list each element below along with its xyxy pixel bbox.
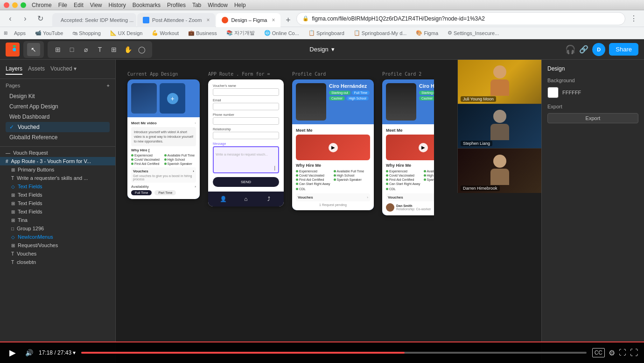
layer-text-fields-4[interactable]: ⊞ Text Fields bbox=[0, 207, 115, 216]
tab-post-attendee[interactable]: Post Attendee - Zoom × bbox=[137, 13, 215, 27]
page-item-current-app[interactable]: Current App Design bbox=[6, 101, 110, 112]
layer-text-fields-2[interactable]: ⊞ Text Fields bbox=[0, 191, 115, 199]
address-bar[interactable]: 🔒 figma.com/file/oBIRMdpH1Q2z6rDAZ1R4TH/… bbox=[296, 12, 625, 25]
layer-group-1296[interactable]: □ Group 1296 bbox=[0, 224, 115, 233]
tool-rectangle[interactable]: □ bbox=[65, 43, 78, 56]
email-input[interactable] bbox=[213, 103, 279, 110]
tool-frame[interactable]: ⊞ bbox=[51, 43, 64, 56]
menu-profiles[interactable]: Profiles bbox=[167, 2, 186, 8]
tab-close-zoom[interactable]: × bbox=[206, 17, 210, 23]
figma-title[interactable]: Design ▾ bbox=[309, 46, 334, 53]
tab-zoom-meeting[interactable]: Accepted: Seekr IDP Meeting ... × bbox=[52, 13, 136, 27]
nav-share-icon[interactable]: ⤴ bbox=[265, 195, 273, 203]
message-textarea[interactable]: Write a message to request vouch... | bbox=[213, 146, 279, 173]
bookmark-youtube[interactable]: 📹 YouTube bbox=[32, 29, 66, 37]
bookmark-figma[interactable]: 🎨 Figma bbox=[413, 29, 441, 37]
new-tab-button[interactable]: + bbox=[281, 14, 294, 27]
layer-closebtn[interactable]: T closebtn bbox=[0, 258, 115, 266]
layer-app-route[interactable]: # App Route - 3 - Vouch Form for V... bbox=[0, 157, 115, 165]
mac-window-controls[interactable] bbox=[4, 2, 26, 8]
background-color-swatch[interactable] bbox=[547, 87, 559, 98]
bookmark-settings[interactable]: ⚙ Settings_Insecure... bbox=[445, 29, 502, 37]
full-time-tag[interactable]: Full Time bbox=[131, 190, 152, 195]
vouchers-name-input[interactable] bbox=[213, 88, 279, 96]
volume-button[interactable]: 🔊 bbox=[25, 349, 33, 356]
mac-menu-bar[interactable]: Chrome File Edit View History Bookmarks … bbox=[32, 2, 246, 8]
add-page-button[interactable]: + bbox=[107, 83, 110, 88]
page-item-globalid[interactable]: GlobalId Reference bbox=[6, 132, 110, 142]
nav-home-icon[interactable]: ⌂ bbox=[242, 195, 250, 203]
bookmark-ux-design[interactable]: 📐 UX Design bbox=[107, 29, 146, 37]
send-button[interactable]: SEND bbox=[213, 177, 279, 187]
bookmark-business[interactable]: 💼 Business bbox=[185, 29, 220, 37]
menu-bookmarks[interactable]: Bookmarks bbox=[133, 2, 161, 8]
layer-primary-buttons[interactable]: ⊞ Primary Buttons bbox=[0, 165, 115, 174]
play-button-2[interactable]: ▶ bbox=[419, 143, 428, 152]
canvas-area[interactable]: Current App Design + bbox=[116, 60, 541, 363]
menu-chrome[interactable]: Chrome bbox=[32, 2, 52, 8]
layer-vouches[interactable]: T Vouches bbox=[0, 249, 115, 258]
layer-write-requesters[interactable]: T Write a requester's skills and ... bbox=[0, 174, 115, 182]
minimize-button[interactable] bbox=[12, 2, 18, 8]
nav-profile-icon[interactable]: 👤 bbox=[219, 195, 227, 203]
settings-button[interactable]: ⚙ bbox=[609, 349, 615, 357]
export-button[interactable]: Export bbox=[547, 113, 638, 123]
page-item-design-kit[interactable]: Design Kit bbox=[6, 91, 110, 101]
layer-request-vouches[interactable]: ⊞ Request/Vouches bbox=[0, 241, 115, 249]
tool-select[interactable]: ↖ bbox=[27, 43, 40, 56]
bookmark-online-co[interactable]: 🌐 Online Co... bbox=[261, 29, 302, 37]
share-button[interactable]: Share bbox=[609, 43, 638, 56]
menu-tab[interactable]: Tab bbox=[192, 2, 201, 8]
relationship-input[interactable] bbox=[213, 132, 279, 139]
add-photo-button[interactable]: + bbox=[167, 93, 178, 104]
menu-history[interactable]: History bbox=[109, 2, 126, 8]
share-link-icon[interactable]: 🔗 bbox=[579, 45, 588, 54]
maximize-button[interactable] bbox=[21, 2, 26, 8]
menu-help[interactable]: Help bbox=[234, 2, 246, 8]
forward-button[interactable]: › bbox=[19, 12, 32, 25]
bookmark-jagi[interactable]: 📚 자기개발 bbox=[224, 28, 258, 37]
menu-view[interactable]: View bbox=[90, 2, 102, 8]
bookmark-apps[interactable]: Apps bbox=[11, 29, 28, 37]
video-progress-bar[interactable] bbox=[81, 352, 586, 354]
menu-file[interactable]: File bbox=[58, 2, 67, 8]
bookmark-springboard-my[interactable]: 📋 Springboard-My d... bbox=[351, 29, 410, 37]
phone-input[interactable] bbox=[213, 117, 279, 125]
tool-comment[interactable]: ◯ bbox=[135, 43, 148, 56]
layer-text-fields-1[interactable]: ◇ Text Fields bbox=[0, 182, 115, 191]
extensions-button[interactable]: ⋮ bbox=[627, 12, 640, 25]
fullscreen-button[interactable]: ⛶ bbox=[630, 348, 638, 358]
video-placeholder-1[interactable]: ▶ bbox=[296, 135, 370, 160]
headphones-icon[interactable]: 🎧 bbox=[565, 44, 575, 55]
tab-close-figma[interactable]: × bbox=[272, 17, 275, 23]
tab-figma[interactable]: Design – Figma × bbox=[216, 13, 280, 27]
tab-layers[interactable]: Layers bbox=[6, 64, 22, 75]
page-item-vouched[interactable]: ✓ Vouched bbox=[6, 122, 110, 132]
tool-component[interactable]: ⊞ bbox=[107, 43, 120, 56]
close-button[interactable] bbox=[4, 2, 9, 8]
layer-vouch-request[interactable]: — Vouch Request bbox=[0, 149, 115, 157]
video-placeholder-2[interactable]: ▶ bbox=[386, 135, 434, 160]
tab-vouched[interactable]: Vouched ▾ bbox=[50, 64, 77, 75]
tool-text[interactable]: T bbox=[93, 43, 106, 56]
user-avatar[interactable]: D bbox=[592, 43, 605, 56]
layer-text-fields-3[interactable]: ⊞ Text Fields bbox=[0, 199, 115, 207]
part-time-tag[interactable]: Part Time bbox=[154, 190, 176, 195]
bookmark-shopping[interactable]: 🛍 Shopping bbox=[70, 29, 104, 37]
play-button-1[interactable]: ▶ bbox=[329, 143, 338, 152]
back-button[interactable]: ‹ bbox=[4, 12, 17, 25]
tool-ellipse[interactable]: ⌀ bbox=[79, 43, 92, 56]
figma-logo[interactable] bbox=[6, 43, 20, 57]
layer-new-icon-menus[interactable]: ◇ NewIconMenus bbox=[0, 233, 115, 241]
bookmark-springboard[interactable]: 📋 Springboard bbox=[306, 29, 347, 37]
page-item-web-dashboard[interactable]: Web Dashboard bbox=[6, 112, 110, 122]
menu-edit[interactable]: Edit bbox=[74, 2, 84, 8]
play-pause-button[interactable]: ▶ bbox=[6, 346, 20, 360]
tool-hand[interactable]: ✋ bbox=[121, 43, 134, 56]
cc-button[interactable]: CC bbox=[592, 348, 605, 357]
layer-tina[interactable]: ⊞ Tina bbox=[0, 216, 115, 224]
refresh-button[interactable]: ↻ bbox=[34, 12, 47, 25]
theater-mode-button[interactable]: ⛶ bbox=[619, 349, 626, 357]
bookmark-workout[interactable]: 💪 Workout bbox=[149, 29, 182, 37]
canvas-viewport[interactable]: Current App Design + bbox=[123, 67, 434, 342]
